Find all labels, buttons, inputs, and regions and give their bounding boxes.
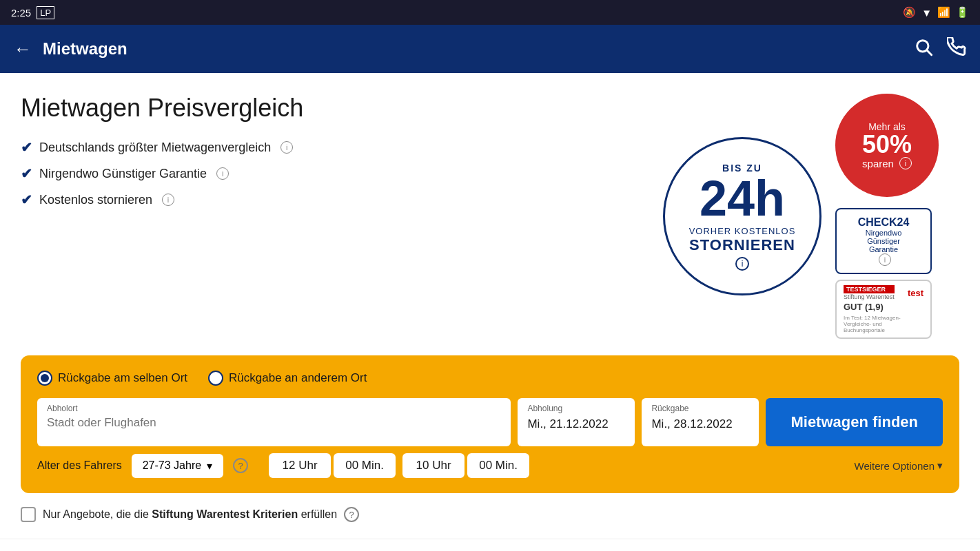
form-inputs-row: Abholort Abholung Mi., 21.12.2022 Rückga… [37, 398, 943, 446]
chevron-down-icon-options: ▾ [937, 459, 943, 472]
check-icon-2: ✔ [21, 165, 32, 182]
circle-badge: BIS ZU 24h VORHER KOSTENLOS STORNIEREN i [663, 137, 821, 295]
abholung-date-field[interactable]: Abholung Mi., 21.12.2022 [518, 398, 635, 446]
app-header: ← Mietwagen [0, 25, 980, 73]
phone-icon[interactable] [947, 37, 966, 61]
checkbox-label: Nur Angebote, die die Stiftung Warentest… [43, 508, 337, 521]
signal-icon: 📶 [937, 6, 950, 19]
abholort-input[interactable] [47, 416, 501, 430]
main-content: Mietwagen Preisvergleich ✔ Deutschlands … [0, 73, 980, 522]
radio-circle-different[interactable] [208, 371, 223, 386]
test-detail: Im Test: 12 Mietwagen-Vergleiche- und Bu… [844, 315, 923, 333]
lp-icon: LP [37, 6, 54, 19]
check24-info-icon[interactable]: i [879, 253, 891, 266]
radio-circle-same[interactable] [37, 371, 52, 386]
test-label: TESTSIEGER [844, 285, 895, 293]
check-icon-3: ✔ [21, 191, 32, 208]
radio-row: Rückgabe am selben Ort Rückgabe an ander… [37, 371, 943, 386]
page-title: Mietwagen [43, 39, 127, 59]
stiftung-checkbox[interactable] [21, 507, 36, 522]
stiftung-checkbox-row: Nur Angebote, die die Stiftung Warentest… [21, 507, 959, 522]
abholung-date-value: Mi., 21.12.2022 [527, 417, 625, 431]
abholung-min[interactable]: 00 Min. [334, 453, 396, 478]
partners-section: ‹ AVIS Europcar enterpriserent-a-car BUC… [0, 539, 980, 551]
feature-item-3: ✔ Kostenlos stornieren i [21, 191, 303, 208]
rueckgabe-time-group: 10 Uhr 00 Min. [402, 453, 529, 478]
radio-same-location[interactable]: Rückgabe am selben Ort [37, 371, 187, 386]
feature-item-1: ✔ Deutschlands größter Mietwagenvergleic… [21, 139, 303, 156]
red-savings-badge: Mehr als 50% sparen i [835, 94, 939, 197]
chevron-down-icon: ▾ [207, 459, 212, 472]
age-row: Alter des Fahrers 27-73 Jahre ▾ ? [37, 454, 248, 478]
gut-rating: GUT (1,9) [844, 302, 923, 312]
back-button[interactable]: ← [14, 39, 32, 60]
search-form: Rückgabe am selben Ort Rückgabe an ander… [21, 355, 959, 493]
rueckgabe-date-field[interactable]: Rückgabe Mi., 28.12.2022 [642, 398, 759, 446]
stiftung-label: Stiftung Warentest [844, 293, 895, 300]
status-time: 2:25 [11, 7, 31, 19]
check-icon-1: ✔ [21, 139, 32, 156]
abholung-hour[interactable]: 12 Uhr [269, 453, 331, 478]
info-icon-1[interactable]: i [280, 141, 293, 154]
search-icon[interactable] [914, 37, 933, 61]
info-icon-3[interactable]: i [162, 194, 174, 206]
wifi-icon: ▼ [921, 7, 932, 19]
svg-line-1 [927, 50, 931, 54]
circle-info-icon[interactable]: i [735, 257, 749, 271]
info-icon-2[interactable]: i [216, 167, 229, 180]
rueckgabe-hour[interactable]: 10 Uhr [402, 453, 465, 478]
notification-icon: 🔕 [903, 6, 916, 19]
features-list: ✔ Deutschlands größter Mietwagenvergleic… [21, 139, 303, 208]
battery-icon: 🔋 [956, 6, 969, 19]
rueckgabe-date-value: Mi., 28.12.2022 [651, 417, 749, 431]
stiftung-help-icon[interactable]: ? [344, 507, 359, 522]
age-help-icon[interactable]: ? [233, 458, 248, 473]
status-bar: 2:25 LP 🔕 ▼ 📶 🔋 [0, 0, 980, 25]
abholung-time-group: 12 Uhr 00 Min. [269, 453, 396, 478]
red-info-icon[interactable]: i [899, 157, 912, 169]
testsieger-badge: TESTSIEGER Stiftung Warentest test GUT (… [835, 280, 932, 339]
search-button[interactable]: Mietwagen finden [766, 398, 943, 446]
abholort-field[interactable]: Abholort [37, 398, 511, 446]
radio-different-location[interactable]: Rückgabe an anderem Ort [208, 371, 367, 386]
rueckgabe-min[interactable]: 00 Min. [467, 453, 529, 478]
feature-item-2: ✔ Nirgendwo Günstiger Garantie i [21, 165, 303, 182]
check24-badge: CHECK24 Nirgendwo Günstiger Garantie i [835, 208, 932, 274]
age-select[interactable]: 27-73 Jahre ▾ [132, 454, 223, 478]
page-heading: Mietwagen Preisvergleich [21, 94, 303, 123]
more-options-button[interactable]: Weitere Optionen ▾ [855, 459, 943, 472]
